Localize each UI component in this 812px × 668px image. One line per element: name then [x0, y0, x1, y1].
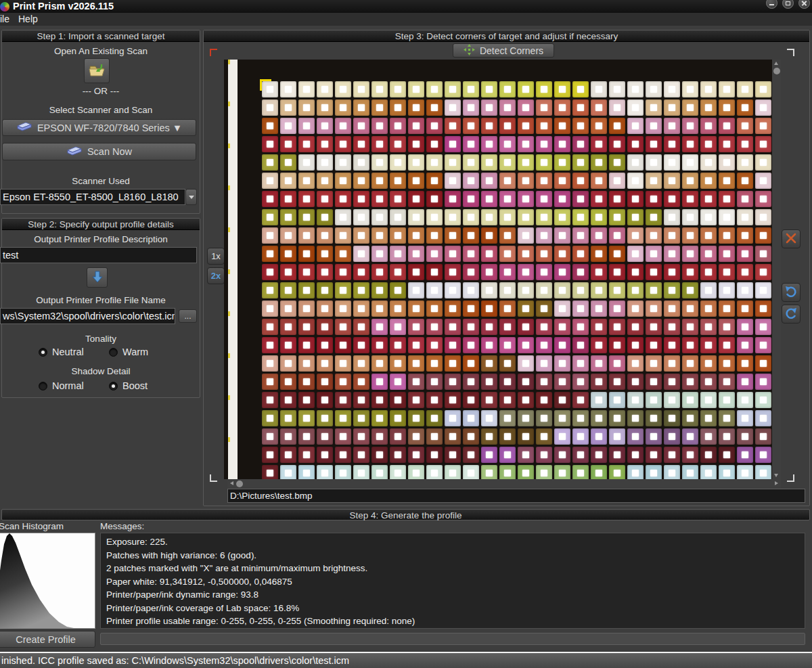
scanner-used-dropdown-arrow[interactable]: [185, 189, 197, 205]
close-button[interactable]: [798, 0, 810, 9]
create-profile-button[interactable]: Create Profile: [0, 631, 95, 648]
rotate-cw-button[interactable]: [782, 305, 800, 324]
color-patch: [298, 246, 315, 262]
color-patch: [646, 154, 662, 171]
color-patch: [280, 246, 296, 262]
corner-handle-bottom-right[interactable]: [787, 474, 794, 482]
color-patch: [426, 173, 443, 189]
profile-description-input[interactable]: test: [0, 247, 197, 263]
corner-handle-bottom-left[interactable]: [210, 474, 217, 482]
open-scan-label: Open An Existing Scan: [1, 46, 200, 56]
scan-viewport[interactable]: [224, 60, 781, 479]
color-patch: [664, 465, 680, 479]
color-patch: [317, 319, 333, 335]
browse-button[interactable]: ...: [179, 309, 197, 323]
color-patch: [627, 428, 644, 445]
color-patch: [572, 209, 589, 225]
color-patch: [591, 264, 607, 280]
copy-description-button[interactable]: [87, 267, 108, 288]
color-patch: [445, 392, 461, 408]
color-patch: [518, 428, 534, 445]
color-patch: [536, 300, 552, 317]
color-patch: [627, 246, 644, 262]
color-patch: [536, 118, 552, 134]
color-patch: [371, 428, 388, 445]
color-patch: [390, 447, 406, 463]
color-patch: [298, 191, 315, 207]
color-patch: [719, 154, 735, 171]
color-patch: [390, 173, 406, 189]
color-patch: [518, 355, 534, 372]
detect-corners-button[interactable]: Detect Corners: [453, 43, 554, 58]
scroll-down-icon[interactable]: [774, 474, 778, 477]
color-patch: [371, 355, 388, 372]
remove-target-button[interactable]: [782, 229, 800, 248]
shadow-boost-radio[interactable]: Boost: [109, 380, 148, 391]
menu-help[interactable]: Help: [18, 14, 38, 24]
zoom-2x-button[interactable]: 2x: [207, 267, 225, 284]
tonality-warm-radio[interactable]: Warm: [109, 347, 148, 357]
zoom-1x-button[interactable]: 1x: [207, 248, 225, 265]
scroll-up-icon[interactable]: [774, 62, 778, 65]
color-patch: [536, 337, 552, 353]
maximize-button[interactable]: [782, 0, 794, 9]
scan-now-button[interactable]: Scan Now: [2, 143, 196, 160]
color-patch: [627, 447, 644, 463]
vertical-scrollbar[interactable]: [772, 60, 781, 479]
color-patch: [737, 282, 753, 298]
color-patch: [390, 428, 406, 445]
color-patch: [481, 319, 497, 335]
color-patch: [408, 227, 424, 244]
message-line: Printer/paper/ink coverage of Lab space:…: [106, 602, 799, 615]
color-patch: [262, 264, 278, 280]
color-patch: [317, 99, 333, 116]
open-scan-button[interactable]: [84, 58, 110, 83]
color-patch: [554, 392, 570, 408]
color-patch: [554, 99, 570, 116]
color-patch: [481, 81, 497, 97]
scanner-used-combobox[interactable]: Epson ET-8550_ET-8500_L8160_L8180: [0, 189, 185, 205]
scroll-right-icon[interactable]: [775, 481, 778, 485]
horizontal-scrollbar[interactable]: [227, 479, 781, 488]
color-patch: [572, 319, 589, 335]
color-patch: [463, 191, 479, 207]
message-line: Paper white: 91,341912, -0,500000, 0,046…: [106, 575, 799, 589]
color-patch: [536, 428, 552, 445]
color-patch: [755, 173, 771, 189]
shadow-normal-radio[interactable]: Normal: [39, 380, 84, 391]
color-patch: [408, 136, 424, 152]
tonality-neutral-radio[interactable]: Neutral: [39, 347, 84, 357]
color-patch: [298, 227, 315, 244]
color-patch: [262, 227, 278, 244]
color-patch: [262, 282, 278, 298]
vertical-scroll-thumb[interactable]: [773, 68, 780, 74]
minimize-button[interactable]: [766, 0, 777, 9]
profile-filename-input[interactable]: ws\System32\spool\drivers\color\test.icm: [0, 308, 175, 324]
scroll-left-icon[interactable]: [230, 481, 233, 485]
scan-now-icon: [66, 146, 83, 158]
scan-filename-input[interactable]: D:\Pictures\test.bmp: [227, 489, 805, 503]
color-patch: [262, 410, 278, 426]
menu-file[interactable]: ile: [0, 14, 9, 24]
color-patch: [664, 99, 680, 116]
horizontal-scroll-thumb[interactable]: [236, 481, 243, 487]
color-patch: [408, 118, 424, 134]
color-patch: [682, 246, 698, 262]
color-patch: [262, 118, 278, 134]
color-patch: [609, 209, 625, 225]
color-patch: [317, 392, 333, 408]
color-patch: [298, 118, 315, 134]
scanner-select-dropdown[interactable]: EPSON WF-7820/7840 Series ▼: [2, 119, 196, 136]
corner-handle-top-right[interactable]: [787, 49, 794, 56]
chevron-down-icon: [189, 196, 194, 199]
color-patch: [627, 374, 644, 390]
color-patch: [335, 136, 351, 152]
rotate-ccw-button[interactable]: [782, 283, 800, 302]
color-patch: [627, 136, 644, 152]
color-patch: [499, 337, 516, 353]
corner-handle-top-left[interactable]: [210, 49, 217, 56]
color-patch: [335, 337, 351, 353]
color-patch: [445, 282, 461, 298]
color-patch: [445, 118, 461, 134]
color-patch: [572, 154, 589, 171]
